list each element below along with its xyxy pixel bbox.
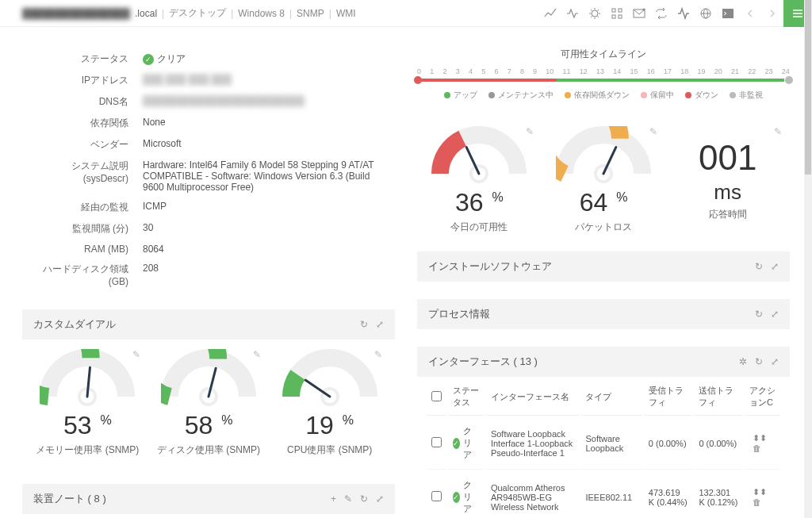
iface-col[interactable]: アクションC [745, 378, 780, 416]
iface-col[interactable]: 受信トラフィ [644, 378, 693, 416]
custom-dial-panel: カスタムダイアル ↻ ⤢ ✎ 53 %メモリー使用率 (SNMP)✎ 58 %デ… [22, 309, 395, 466]
svg-point-14 [643, 8, 645, 10]
svg-line-5 [591, 10, 592, 11]
info-value: 8064 [136, 240, 393, 258]
iface-col[interactable]: インターフェース名 [486, 378, 580, 416]
select-all-checkbox[interactable] [431, 391, 442, 401]
svg-rect-12 [619, 15, 622, 18]
status-ok-icon: ✓ [453, 438, 460, 449]
row-checkbox[interactable] [431, 437, 442, 447]
expand-icon[interactable]: ⤢ [771, 309, 779, 320]
iface-rx: 0 (0.00%) [644, 417, 693, 470]
svg-point-0 [592, 10, 598, 17]
edit-icon[interactable]: ✎ [649, 126, 657, 137]
svg-rect-9 [612, 9, 615, 12]
delete-icon[interactable]: 🗑 [753, 443, 761, 453]
refresh-icon[interactable]: ↻ [755, 261, 763, 272]
info-value: 30 [136, 219, 393, 239]
breadcrumb-seg[interactable]: SNMP [297, 8, 324, 19]
terminal-icon[interactable] [717, 0, 739, 27]
chevron-left-icon[interactable] [739, 0, 761, 27]
info-value: 208 [136, 259, 393, 290]
rescan-icon[interactable]: ✲ [739, 356, 747, 367]
info-value: ✓クリア [136, 49, 393, 69]
expand-icon[interactable]: ⤢ [376, 319, 384, 330]
info-value: Microsoft [136, 135, 393, 155]
delete-icon[interactable]: 🗑 [753, 497, 761, 507]
iface-col[interactable]: タイプ [580, 378, 642, 416]
iface-col[interactable]: ステータス [448, 378, 485, 416]
refresh-icon[interactable]: ↻ [755, 356, 763, 367]
globe-icon[interactable] [695, 0, 717, 27]
breadcrumb-seg[interactable]: WMI [336, 8, 356, 19]
info-label: 経由の監視 [24, 198, 135, 217]
chevron-right-icon[interactable] [761, 0, 783, 27]
row-checkbox[interactable] [431, 491, 442, 501]
timeline-bar [417, 79, 790, 82]
breadcrumb-seg[interactable]: デスクトップ [169, 6, 226, 20]
breadcrumb-seg[interactable]: Windows 8 [238, 8, 285, 19]
interface-row: ✓クリアQualcomm Atheros AR9485WB-EG Wireles… [427, 471, 780, 518]
iface-col[interactable] [427, 378, 446, 416]
device-notes-panel: 装置ノート ( 8 ) + ✎ ↻ ⤢ フィールド名 値 シリアル番号 [22, 484, 395, 518]
info-label: 依存関係 [24, 113, 135, 133]
activity-icon[interactable] [561, 0, 584, 27]
alert-icon[interactable] [584, 0, 606, 27]
top-bar: ████████████████ .local | デスクトップ | Windo… [0, 0, 812, 27]
pulse-icon[interactable] [672, 0, 695, 27]
svg-line-7 [591, 16, 592, 17]
vertical-scrollbar[interactable] [804, 0, 812, 518]
edit-icon[interactable]: ✎ [132, 349, 140, 360]
info-value: None [136, 113, 393, 133]
info-label: 監視間隔 (分) [24, 219, 135, 239]
gauge-card: ✎ 64 %パケットロス [542, 126, 666, 234]
edit-icon[interactable]: ✎ [344, 493, 352, 505]
info-label: ベンダー [24, 135, 135, 155]
svg-rect-18 [722, 9, 733, 18]
refresh-icon[interactable]: ↻ [360, 493, 368, 505]
dial-card: ✎ 53 %メモリー使用率 (SNMP) [27, 349, 148, 457]
chart-icon[interactable] [539, 0, 561, 27]
info-label: システム説明 (sysDescr) [24, 156, 135, 196]
top-icons [539, 0, 812, 27]
edit-icon[interactable]: ✎ [774, 126, 782, 137]
iface-col[interactable]: 送信トラフィ [694, 378, 743, 416]
response-time-card: ✎001ms応答時間 [665, 126, 790, 234]
refresh-icon[interactable]: ↻ [360, 319, 368, 330]
add-icon[interactable]: + [331, 493, 336, 505]
edit-icon[interactable]: ✎ [374, 349, 382, 360]
expand-icon[interactable]: ⤢ [376, 493, 384, 505]
info-label: ステータス [24, 49, 135, 69]
info-label: ハードディスク領域 (GB) [24, 259, 135, 290]
legend-item: 保留中 [641, 90, 674, 101]
info-label: IPアドレス [24, 71, 135, 90]
scrollbar-thumb[interactable] [805, 0, 811, 175]
config-icon[interactable] [606, 0, 628, 27]
chart-icon[interactable]: ⬍⬍ [753, 487, 767, 497]
breadcrumb-host: .local [135, 8, 157, 19]
panel-title: カスタムダイアル [33, 317, 352, 332]
process-info-panel: プロセス情報 ↻ ⤢ [417, 299, 790, 329]
interface-table: ステータスインターフェース名タイプ受信トラフィ送信トラフィアクションC ✓クリア… [425, 377, 782, 518]
expand-icon[interactable]: ⤢ [771, 261, 779, 272]
timeline-start-dot [414, 76, 422, 84]
edit-icon[interactable]: ✎ [526, 126, 534, 137]
interface-row: ✓クリアSoftware Loopback Interface 1-Loopba… [427, 417, 780, 470]
installed-software-panel: インストールソフトウェア ↻ ⤢ [417, 251, 790, 282]
iface-type: Software Loopback [580, 417, 642, 470]
mail-icon[interactable] [628, 0, 650, 27]
breadcrumb: ████████████████ .local | デスクトップ | Windo… [22, 6, 539, 20]
legend-item: アップ [444, 90, 477, 101]
legend-item: メンテナンス中 [488, 90, 553, 101]
edit-icon[interactable]: ✎ [253, 349, 261, 360]
chart-icon[interactable]: ⬍⬍ [753, 433, 767, 443]
info-label: DNS名 [24, 92, 135, 112]
status-ok-icon: ✓ [453, 492, 460, 503]
refresh-icon[interactable]: ↻ [755, 309, 763, 320]
iface-rx: 473.619 K (0.44%) [644, 471, 693, 518]
panel-title: 装置ノート ( 8 ) [33, 492, 323, 506]
info-value: ███.███.███.███ [136, 71, 393, 90]
expand-icon[interactable]: ⤢ [771, 356, 779, 367]
loop-icon[interactable] [650, 0, 672, 27]
svg-rect-11 [612, 15, 615, 18]
